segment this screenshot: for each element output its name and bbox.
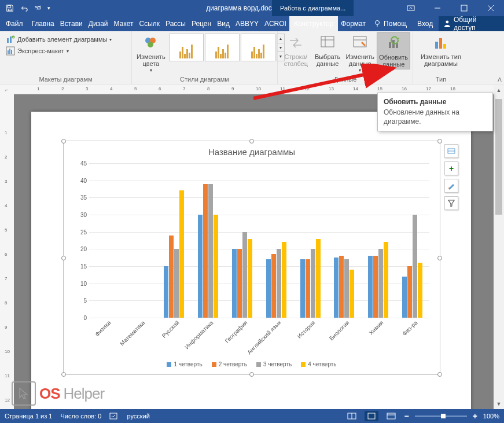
close-button[interactable]	[477, 0, 504, 16]
chart-category[interactable]: История	[293, 163, 328, 318]
undo-icon[interactable]	[17, 2, 30, 14]
zoom-level[interactable]: 100%	[483, 413, 499, 420]
chart-legend[interactable]: 1 четверть2 четверть3 четверть4 четверть	[68, 361, 435, 367]
qat-more-icon[interactable]: ▾	[45, 2, 52, 14]
read-mode-icon[interactable]	[345, 411, 359, 421]
chart-bar[interactable]	[418, 263, 422, 318]
chart-bar[interactable]	[350, 270, 354, 318]
chart-bar[interactable]	[384, 242, 388, 318]
login-link[interactable]: Вход	[411, 20, 439, 28]
chart-bar[interactable]	[179, 190, 184, 318]
vertical-scrollbar[interactable]: ▲ ▼	[494, 85, 504, 409]
chart-bar[interactable]	[208, 184, 213, 318]
tab-design[interactable]: Дизай	[86, 16, 111, 31]
chart-object[interactable]: + Название диаграммы 051015202530354045Ф…	[63, 141, 440, 375]
tab-format[interactable]: Формат	[338, 16, 369, 31]
ribbon-display-options-icon[interactable]	[398, 0, 424, 16]
resize-handle[interactable]	[61, 372, 66, 377]
chart-category[interactable]: Английский язык	[259, 163, 293, 318]
scroll-down-icon[interactable]: ▼	[494, 399, 504, 409]
change-chart-type[interactable]: Изменить тип диаграммы	[415, 32, 466, 68]
tab-file[interactable]: Файл	[0, 16, 29, 31]
chart-elements-button[interactable]: +	[444, 161, 458, 175]
scroll-up-icon[interactable]: ▲	[494, 85, 504, 95]
status-page[interactable]: Страница 1 из 1	[5, 413, 52, 420]
refresh-data[interactable]: Обновить данные	[377, 32, 410, 69]
tell-me[interactable]: Помощ	[369, 20, 411, 28]
zoom-out-icon[interactable]: −	[404, 411, 409, 421]
style-thumb-1[interactable]	[169, 34, 204, 61]
chart-bar[interactable]	[339, 256, 344, 318]
tab-layout[interactable]: Макет	[111, 16, 137, 31]
chart-bar[interactable]	[232, 249, 237, 318]
chart-category[interactable]: Русский	[157, 163, 192, 318]
chart-bar[interactable]	[306, 259, 310, 318]
tab-constructor[interactable]: Конструктор	[289, 16, 338, 31]
tab-acrobat[interactable]: ACROI	[262, 16, 289, 31]
legend-item[interactable]: 3 четверть	[256, 361, 292, 367]
zoom-slider[interactable]	[415, 415, 467, 417]
chart-bar[interactable]	[164, 266, 168, 318]
tab-abbyy[interactable]: ABBYY	[233, 16, 262, 31]
style-thumb-3[interactable]	[241, 34, 275, 61]
chart-category[interactable]: География	[225, 163, 259, 318]
chart-category[interactable]: Химия	[361, 163, 395, 318]
quick-layout[interactable]: Экспресс-макет ▾	[5, 45, 113, 57]
chart-bar[interactable]	[266, 259, 271, 318]
chart-bar[interactable]	[407, 266, 412, 318]
chart-bar[interactable]	[334, 258, 339, 318]
legend-item[interactable]: 4 четверть	[301, 361, 336, 367]
resize-handle[interactable]	[249, 372, 254, 377]
chart-bar[interactable]	[413, 215, 417, 318]
chart-bar[interactable]	[214, 215, 218, 318]
chart-category[interactable]: Физ-ра	[395, 163, 429, 318]
tab-insert[interactable]: Встави	[57, 16, 86, 31]
tab-references[interactable]: Ссылк	[137, 16, 163, 31]
chart-bar[interactable]	[203, 184, 208, 318]
chart-bar[interactable]	[378, 249, 383, 318]
add-chart-element[interactable]: + Добавить элемент диаграммы ▾	[5, 34, 113, 45]
vertical-ruler[interactable]: 123456789101112	[0, 94, 14, 409]
resize-handle[interactable]	[61, 256, 66, 260]
tab-mailings[interactable]: Рассы	[163, 16, 189, 31]
style-thumb-2[interactable]	[205, 34, 240, 61]
chart-category[interactable]: Биология	[328, 163, 362, 318]
chart-styles-gallery[interactable]: ▴ ▾ ▾	[168, 32, 286, 62]
save-icon[interactable]	[3, 2, 16, 14]
print-layout-icon[interactable]	[365, 411, 378, 421]
chart-bar[interactable]	[282, 242, 286, 318]
tab-review[interactable]: Рецен	[189, 16, 214, 31]
select-data[interactable]: Выбрать данные	[312, 32, 344, 68]
chart-bar[interactable]	[277, 249, 281, 318]
chart-bar[interactable]	[169, 236, 174, 318]
chart-category[interactable]: Математика	[123, 163, 157, 318]
chart-filters-button[interactable]	[444, 196, 458, 210]
collapse-ribbon-icon[interactable]: ᐱ	[498, 76, 502, 83]
tab-home[interactable]: Главна	[29, 16, 57, 31]
page[interactable]: + Название диаграммы 051015202530354045Ф…	[31, 112, 471, 409]
chart-bar[interactable]	[373, 256, 378, 318]
chart-bar[interactable]	[242, 232, 247, 318]
scrollbar-thumb[interactable]	[495, 99, 502, 215]
status-words[interactable]: Число слов: 0	[60, 413, 101, 420]
chart-bar[interactable]	[237, 249, 242, 318]
edit-data[interactable]: Изменить данные ▾	[343, 32, 377, 75]
chart-bar[interactable]	[311, 249, 315, 318]
chart-title[interactable]: Название диаграммы	[68, 146, 435, 160]
tab-view[interactable]: Вид	[214, 16, 233, 31]
chart-category[interactable]: Информатика	[191, 163, 225, 318]
switch-row-column[interactable]: Строка/ столбец	[280, 32, 312, 68]
status-language[interactable]: русский	[127, 413, 149, 420]
web-layout-icon[interactable]	[384, 411, 398, 421]
legend-item[interactable]: 2 четверть	[212, 361, 247, 367]
share-button[interactable]: Общий доступ	[439, 16, 504, 32]
document-area[interactable]: + Название диаграммы 051015202530354045Ф…	[14, 94, 494, 409]
chart-bar[interactable]	[402, 277, 407, 318]
chart-bar[interactable]	[344, 259, 349, 318]
chart-layout-options[interactable]	[444, 144, 458, 158]
legend-item[interactable]: 1 четверть	[167, 361, 202, 367]
chart-category[interactable]: Физика	[89, 163, 123, 318]
maximize-button[interactable]	[451, 0, 477, 16]
change-colors[interactable]: Изменить цвета ▾	[134, 32, 168, 75]
resize-handle[interactable]	[437, 372, 442, 377]
